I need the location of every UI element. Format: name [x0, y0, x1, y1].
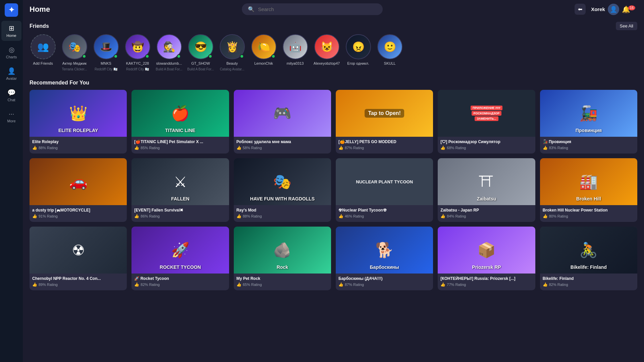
friend-avatar: 🤖 [283, 34, 308, 59]
sidebar-item-home[interactable]: ⊞ Home [1, 21, 21, 41]
friends-list: 👥 Add Friends 🎭 Актер Меджик Terraria Cl… [30, 34, 637, 73]
friend-item[interactable]: 🍋 LemonChik [250, 34, 277, 71]
games-grid: 👑 ELITE ROLEPLAY Elite Roleplay 👍 88% Ra… [30, 90, 637, 290]
friend-item[interactable]: 🕵️ slowanddumb... Build A Boat For... [156, 34, 182, 71]
recommended-header: Recommended For You [30, 80, 637, 86]
sidebar-item-more[interactable]: ··· More [1, 107, 21, 126]
sidebar-label-chat: Chat [7, 98, 15, 102]
thumb-text: FALLEN [131, 195, 229, 203]
add-friends-item[interactable]: 👥 Add Friends [30, 34, 56, 71]
thumb-text: Барбоскины [336, 263, 433, 272]
friend-item[interactable]: 😎 GT_SHOW Build A Boat For... [187, 34, 214, 71]
username: Xorek [591, 6, 605, 12]
friend-name: Егор одникл. [347, 61, 369, 65]
game-info: [КОНТЕЙНЕРЫ!] Russia: Priozersk [...] 👍 … [438, 274, 535, 290]
friend-item[interactable]: 😺 Alexeyobztop47 [313, 34, 340, 71]
rating-value: 83% Rating [549, 146, 568, 150]
friend-game: Build A Boat For... [187, 67, 214, 71]
game-card[interactable]: 🎮 Роблокс удалила мне мама 👍 58% Rating [234, 90, 331, 154]
game-card[interactable]: 🐕 Барбоскины Барбоскины (ДАЧА!!!) 👍 87% … [336, 227, 433, 290]
friend-item[interactable]: 🤖 mitya0313 [282, 34, 309, 71]
add-friends-button[interactable]: 👥 [31, 34, 56, 59]
see-all-button[interactable]: See All [616, 22, 637, 30]
game-thumbnail: 📦 Priozersk RP [438, 227, 535, 274]
friend-item[interactable]: 🙂 SKULL [376, 34, 403, 71]
friend-avatar-wrap: 🙂 [377, 34, 402, 59]
game-thumbnail: 🍎 TITANIC LINE [131, 90, 229, 137]
rating-icon: 👍 [338, 145, 343, 150]
rating-value: 84% Rating [447, 214, 466, 218]
header-right: ⬅ Xorek 👤 🔔16 [575, 4, 637, 15]
game-card[interactable]: 🪨 Rock My Pet Rock 👍 65% Rating [234, 227, 331, 290]
game-card[interactable]: 🚗 a dusty trip [🏍MOTORCYCLE] 👍 91% Ratin… [30, 158, 127, 222]
sidebar-item-chat[interactable]: 💬 Chat [1, 85, 21, 105]
game-info: Ray's Mod 👍 88% Rating [234, 205, 331, 222]
rating-icon: 👍 [134, 214, 139, 219]
rating-value: 91% Rating [39, 214, 58, 218]
game-info: [🍎TITANIC LINE] Pet Simulator X ... 👍 85… [131, 137, 229, 154]
game-info: a dusty trip [🏍MOTORCYCLE] 👍 91% Rating [30, 205, 127, 222]
game-info: My Pet Rock 👍 65% Rating [234, 274, 331, 290]
game-card[interactable]: ПРИЛОЖЕНИЕ ### РОСКОМНАДЗОР ЗАМЕНИТЬ... … [438, 90, 535, 154]
friend-item[interactable]: 👸 Beauty Catalog Avatar... [219, 34, 246, 71]
friend-item[interactable]: 🎭 Актер Меджик Terraria Clicker... [61, 34, 88, 71]
game-thumbnail: ПРИЛОЖЕНИЕ ### РОСКОМНАДЗОР ЗАМЕНИТЬ... [438, 90, 535, 137]
game-info: [🛡] Роскомнадзор Симулятор 👍 68% Rating [438, 137, 535, 154]
friend-name: SKULL [384, 61, 396, 65]
game-title: [🍊JELLY] PETS GO MODDED [338, 139, 430, 144]
search-bar[interactable]: 🔍 [242, 3, 383, 15]
game-card[interactable]: 📦 Priozersk RP [КОНТЕЙНЕРЫ!] Russia: Pri… [438, 227, 535, 290]
game-title: [EVENT] Fallen Survival✖ [134, 208, 226, 213]
game-card[interactable]: ☢ Chernobyl NPP Reactor No. 4 Con... 👍 8… [30, 227, 127, 290]
game-card[interactable]: 🏭 Broken Hill Broken Hill Nuclear Power … [540, 158, 637, 222]
game-title: Барбоскины (ДАЧА!!!) [338, 276, 430, 281]
rating-icon: 👍 [440, 214, 445, 219]
game-card[interactable]: NUCLEAR PLANT TYCOON ☢Nuclear Plant Tyco… [336, 158, 433, 222]
game-card[interactable]: ⚔ FALLEN [EVENT] Fallen Survival✖ 👍 86% … [131, 158, 229, 222]
game-rating: 👍 85% Rating [134, 145, 226, 150]
game-rating: 👍 84% Rating [440, 214, 532, 219]
sidebar-item-charts[interactable]: ◎ Charts [1, 42, 21, 62]
user-info[interactable]: Xorek 👤 🔔16 [591, 4, 637, 15]
game-title: [🛡] Роскомнадзор Симулятор [440, 139, 532, 144]
thumb-text: Bikelife: Finland [540, 263, 637, 272]
friend-item[interactable]: 😠 Егор одникл. [345, 34, 372, 71]
game-thumbnail: 🎭 HAVE FUN WITH RAGDOLLS [234, 158, 331, 205]
rating-value: 68% Rating [447, 146, 466, 150]
game-rating: 👍 65% Rating [236, 282, 328, 287]
rating-value: 82% Rating [549, 283, 568, 287]
tap-label: Tap to Open! [365, 109, 404, 118]
game-card[interactable]: 🚂 Провинция 🚂 Провинция 👍 83% Rating [540, 90, 637, 154]
search-input[interactable] [258, 6, 377, 12]
game-thumbnail: 👑 ELITE ROLEPLAY [30, 90, 127, 137]
game-card[interactable]: 🍎 TITANIC LINE [🍎TITANIC LINE] Pet Simul… [131, 90, 229, 154]
online-indicator [208, 54, 212, 58]
friends-header: Friends See All [30, 22, 637, 30]
game-info: [EVENT] Fallen Survival✖ 👍 86% Rating [131, 205, 229, 222]
recommended-title: Recommended For You [30, 80, 89, 86]
sidebar-label-charts: Charts [6, 55, 17, 59]
rating-icon: 👍 [236, 282, 241, 287]
game-card[interactable]: Tap to Open! [🍊JELLY] PETS GO MODDED 👍 8… [336, 90, 433, 154]
game-info: Барбоскины (ДАЧА!!!) 👍 87% Rating [336, 274, 433, 290]
game-card[interactable]: 🚀 ROCKET TYCOON 🚀 Rocket Tycoon 👍 82% Ra… [131, 227, 229, 290]
friend-avatar-wrap: 😺 [314, 34, 339, 59]
game-card[interactable]: 🚴 Bikelife: Finland Bikelife: Finland 👍 … [540, 227, 637, 290]
game-info: ☢Nuclear Plant Tycoon☢ 👍 46% Rating [336, 205, 433, 222]
notification-bell[interactable]: 🔔16 [622, 5, 637, 13]
game-card[interactable]: 👑 ELITE ROLEPLAY Elite Roleplay 👍 88% Ra… [30, 90, 127, 154]
game-title: My Pet Rock [236, 276, 328, 281]
premium-button[interactable]: ⬅ [575, 4, 586, 15]
game-card[interactable]: 🎭 HAVE FUN WITH RAGDOLLS Ray's Mod 👍 88%… [234, 158, 331, 222]
sidebar-item-avatar[interactable]: 👤 Avatar [1, 64, 21, 84]
friend-item[interactable]: 🤠 KAKTYC_228 Redcliff City 🇷🇵 [124, 34, 151, 71]
game-card[interactable]: ⛩ Zaibatsu Zaibatsu - Japan RP 👍 84% Rat… [438, 158, 535, 222]
rating-icon: 👍 [134, 145, 139, 150]
friend-item[interactable]: 🎩 MNKS Redcliff City 🇷🇵 [93, 34, 119, 71]
rating-icon: 👍 [543, 214, 548, 219]
thumb-text: HAVE FUN WITH RAGDOLLS [234, 195, 331, 203]
friend-name: Актер Меджик [62, 61, 87, 65]
sidebar-label-more: More [7, 119, 15, 123]
page-title: Home [30, 5, 50, 14]
friend-avatar-wrap: 🎭 [62, 34, 87, 59]
